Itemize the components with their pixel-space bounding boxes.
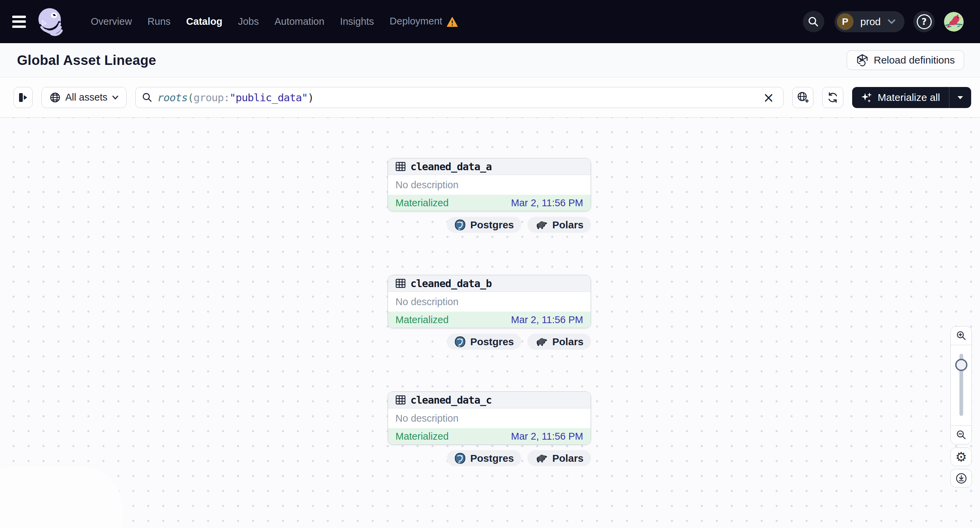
user-avatar[interactable] bbox=[944, 12, 964, 32]
asset-node-cleaned-data-b[interactable]: cleaned_data_b No description Materializ… bbox=[388, 275, 591, 328]
nav-overview[interactable]: Overview bbox=[83, 16, 140, 27]
zoom-out-button[interactable] bbox=[951, 425, 972, 444]
reload-definitions-button[interactable]: Reload definitions bbox=[847, 50, 964, 70]
postgres-icon bbox=[454, 336, 466, 347]
help-icon: ? bbox=[917, 14, 932, 29]
status-badge: Materialized bbox=[396, 314, 449, 325]
polars-icon bbox=[535, 337, 548, 347]
asset-node-cleaned-data-c[interactable]: cleaned_data_c No description Materializ… bbox=[388, 392, 591, 445]
asset-status-bar: Materialized Mar 2, 11:56 PM bbox=[388, 312, 591, 328]
reload-definitions-label: Reload definitions bbox=[874, 54, 955, 66]
asset-status-bar: Materialized Mar 2, 11:56 PM bbox=[388, 195, 591, 211]
materialize-all-label: Materialize all bbox=[878, 92, 940, 103]
polars-icon bbox=[535, 453, 548, 463]
nav-runs[interactable]: Runs bbox=[140, 16, 178, 27]
tag-polars[interactable]: Polars bbox=[527, 217, 591, 233]
lineage-toolbar: All assets roots(group:"public_data") × … bbox=[0, 78, 980, 117]
asset-description: No description bbox=[396, 296, 458, 308]
cardinal-avatar-image bbox=[944, 12, 964, 32]
panel-toggle-icon bbox=[18, 92, 29, 103]
materialization-timestamp[interactable]: Mar 2, 11:56 PM bbox=[511, 314, 583, 325]
tag-label: Polars bbox=[552, 336, 584, 347]
tag-label: Postgres bbox=[470, 453, 514, 464]
tag-polars[interactable]: Polars bbox=[527, 334, 591, 350]
dagster-logo-icon[interactable] bbox=[35, 6, 67, 37]
lineage-canvas[interactable]: cleaned_data_a No description Materializ… bbox=[0, 117, 980, 528]
chevron-down-icon bbox=[112, 95, 119, 100]
asset-selection-input[interactable]: roots(group:"public_data") × bbox=[135, 87, 783, 108]
tag-label: Postgres bbox=[470, 336, 514, 347]
asset-group: cleaned_data_a No description Materializ… bbox=[388, 158, 591, 233]
deployment-switcher[interactable]: P prod bbox=[834, 11, 905, 32]
postgres-icon bbox=[454, 219, 466, 231]
corner-highlight bbox=[0, 467, 123, 528]
asset-node-cleaned-data-a[interactable]: cleaned_data_a No description Materializ… bbox=[388, 158, 591, 211]
asset-node-header: cleaned_data_c bbox=[388, 392, 591, 408]
materialize-all-button[interactable]: Materialize all bbox=[852, 87, 949, 108]
table-icon bbox=[396, 278, 406, 289]
asset-group: cleaned_data_c No description Materializ… bbox=[388, 392, 591, 466]
polars-icon bbox=[535, 220, 548, 230]
download-image-button[interactable] bbox=[950, 469, 972, 488]
zoom-out-icon bbox=[956, 430, 967, 440]
table-icon bbox=[396, 395, 406, 405]
zoom-slider-thumb[interactable] bbox=[955, 359, 967, 371]
help-button[interactable]: ? bbox=[913, 11, 935, 32]
zoom-slider[interactable] bbox=[951, 345, 972, 425]
asset-scope-dropdown[interactable]: All assets bbox=[41, 87, 127, 108]
asset-description: No description bbox=[396, 413, 458, 424]
materialization-timestamp[interactable]: Mar 2, 11:56 PM bbox=[511, 431, 583, 442]
refresh-icon bbox=[827, 91, 839, 104]
menu-icon[interactable] bbox=[10, 15, 28, 29]
zoom-in-icon bbox=[956, 330, 967, 341]
gear-icon: ⚙ bbox=[955, 450, 967, 463]
asset-selection-query[interactable]: roots(group:"public_data") bbox=[158, 91, 756, 104]
tag-postgres[interactable]: Postgres bbox=[447, 217, 521, 233]
global-search-button[interactable] bbox=[803, 11, 824, 32]
view-full-catalog-button[interactable] bbox=[792, 87, 813, 108]
reload-cube-icon bbox=[856, 54, 869, 67]
refresh-button[interactable] bbox=[822, 87, 843, 108]
chevron-down-icon bbox=[888, 19, 896, 24]
asset-node-header: cleaned_data_a bbox=[388, 159, 591, 175]
search-icon bbox=[142, 92, 153, 103]
table-icon bbox=[396, 162, 406, 171]
asset-tag-row: Postgres Polars bbox=[388, 334, 591, 350]
materialize-options-button[interactable] bbox=[950, 87, 971, 108]
tag-label: Postgres bbox=[470, 219, 514, 231]
zoom-controls bbox=[950, 326, 972, 444]
deployment-name: prod bbox=[860, 16, 881, 27]
zoom-in-button[interactable] bbox=[951, 327, 972, 345]
asset-tag-row: Postgres Polars bbox=[388, 217, 591, 233]
asset-name: cleaned_data_a bbox=[410, 161, 492, 173]
clear-query-icon[interactable]: × bbox=[761, 91, 776, 104]
nav-automation[interactable]: Automation bbox=[267, 16, 332, 27]
asset-scope-label: All assets bbox=[65, 92, 107, 103]
globe-plus-icon bbox=[797, 91, 809, 104]
nav-insights[interactable]: Insights bbox=[332, 16, 382, 27]
open-side-panel-button[interactable] bbox=[14, 87, 33, 108]
sparkles-icon bbox=[861, 92, 873, 103]
tag-postgres[interactable]: Postgres bbox=[447, 334, 521, 350]
primary-nav: Overview Runs Catalog Jobs Automation In… bbox=[83, 16, 466, 27]
search-icon bbox=[808, 16, 819, 27]
tag-label: Polars bbox=[552, 453, 584, 464]
status-badge: Materialized bbox=[396, 197, 449, 209]
asset-group: cleaned_data_b No description Materializ… bbox=[388, 275, 591, 350]
asset-status-bar: Materialized Mar 2, 11:56 PM bbox=[388, 428, 591, 444]
page-title: Global Asset Lineage bbox=[17, 53, 156, 68]
materialization-timestamp[interactable]: Mar 2, 11:56 PM bbox=[511, 197, 583, 209]
caret-down-icon bbox=[957, 95, 964, 100]
download-icon bbox=[955, 472, 967, 485]
tag-postgres[interactable]: Postgres bbox=[447, 450, 521, 466]
tag-polars[interactable]: Polars bbox=[527, 450, 591, 466]
nav-jobs[interactable]: Jobs bbox=[230, 16, 267, 27]
nav-catalog[interactable]: Catalog bbox=[178, 16, 230, 27]
materialize-all-split-button: Materialize all bbox=[852, 87, 971, 108]
asset-name: cleaned_data_b bbox=[410, 277, 492, 290]
nav-deployment[interactable]: Deployment bbox=[382, 16, 466, 27]
asset-tag-row: Postgres Polars bbox=[388, 450, 591, 466]
deployment-initial-badge: P bbox=[837, 13, 853, 30]
graph-settings-button[interactable]: ⚙ bbox=[950, 447, 972, 466]
warning-icon bbox=[447, 17, 458, 27]
